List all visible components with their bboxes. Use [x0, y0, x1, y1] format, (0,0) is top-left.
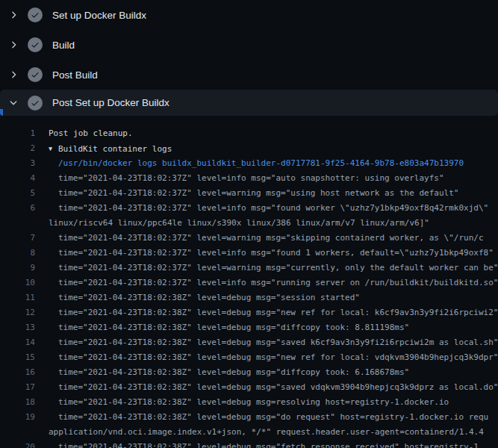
log-line-number[interactable]: 4: [0, 171, 35, 186]
log-line: 11 time="2021-04-23T18:02:38Z" level=deb…: [0, 290, 498, 305]
log-line-content: time="2021-04-23T18:02:37Z" level=info m…: [58, 173, 444, 183]
focus-accent: [0, 109, 3, 116]
chevron-right-icon: [8, 69, 19, 81]
log-line-content: time="2021-04-23T18:02:37Z" level=warnin…: [58, 188, 458, 198]
log-line: 4 time="2021-04-23T18:02:37Z" level=info…: [0, 171, 498, 186]
log-line-content: time="2021-04-23T18:02:38Z" level=debug …: [58, 367, 409, 377]
group-expander-icon[interactable]: ▼: [49, 141, 58, 156]
log-line-text: time="2021-04-23T18:02:38Z" level=debug …: [35, 380, 498, 395]
log-line-text: time="2021-04-23T18:02:38Z" level=debug …: [35, 395, 449, 410]
log-line-content: time="2021-04-23T18:02:38Z" level=debug …: [58, 308, 498, 317]
log-line-content: time="2021-04-23T18:02:37Z" level=warnin…: [58, 263, 498, 273]
log-line-text: time="2021-04-23T18:02:38Z" level=debug …: [35, 335, 498, 350]
log-line-number[interactable]: 11: [0, 290, 35, 305]
log-line-number[interactable]: 1: [0, 126, 35, 141]
step-row[interactable]: Post Set up Docker Buildx: [0, 90, 498, 116]
chevron-down-icon: [8, 97, 19, 109]
log-line-number[interactable]: 2: [0, 141, 35, 156]
log-area: 1 Post job cleanup. 2 ▼BuildKit containe…: [0, 116, 498, 448]
log-line-text: linux/riscv64 linux/ppc64le linux/s390x …: [35, 216, 429, 231]
log-line-number[interactable]: 19: [0, 410, 35, 425]
log-line-number[interactable]: 5: [0, 186, 35, 201]
log-line-content: time="2021-04-23T18:02:38Z" level=debug …: [58, 337, 498, 347]
log-line-text: ▼BuildKit container logs: [35, 141, 172, 156]
log-line-text: Post job cleanup.: [35, 126, 133, 141]
log-line-content: BuildKit container logs: [58, 144, 172, 154]
log-line-text: time="2021-04-23T18:02:38Z" level=debug …: [35, 440, 484, 448]
log-line-number[interactable]: [0, 425, 35, 440]
check-circle-icon: [28, 37, 43, 52]
log-line-text: /usr/bin/docker logs buildx_buildkit_bui…: [35, 156, 464, 171]
log-line-number[interactable]: 18: [0, 395, 35, 410]
step-label: Post Build: [52, 69, 98, 81]
log-line-content: time="2021-04-23T18:02:38Z" level=debug …: [58, 397, 449, 407]
log-line-text: time="2021-04-23T18:02:38Z" level=debug …: [35, 410, 488, 425]
check-circle-icon: [28, 7, 43, 22]
step-label: Set up Docker Buildx: [52, 10, 146, 21]
log-line-content: Post job cleanup.: [49, 128, 133, 138]
log-line: 8 time="2021-04-23T18:02:37Z" level=info…: [0, 246, 498, 261]
log-line-text: time="2021-04-23T18:02:38Z" level=debug …: [35, 365, 409, 380]
log-line-content: time="2021-04-23T18:02:38Z" level=debug …: [58, 293, 360, 302]
step-label: Post Set up Docker Buildx: [52, 97, 169, 108]
log-line: 15 time="2021-04-23T18:02:38Z" level=deb…: [0, 350, 498, 365]
step-row[interactable]: Post Build: [0, 60, 498, 90]
log-line: application/vnd.oci.image.index.v1+json,…: [0, 425, 498, 440]
log-line-text: time="2021-04-23T18:02:37Z" level=warnin…: [35, 186, 458, 201]
log-line-content: time="2021-04-23T18:02:38Z" level=debug …: [58, 382, 498, 392]
log-line: 7 time="2021-04-23T18:02:37Z" level=warn…: [0, 231, 498, 246]
log-line: 10 time="2021-04-23T18:02:37Z" level=inf…: [0, 276, 498, 290]
log-line: 6 time="2021-04-23T18:02:37Z" level=info…: [0, 201, 498, 216]
log-line: 5 time="2021-04-23T18:02:37Z" level=warn…: [0, 186, 498, 201]
log-line-number[interactable]: 7: [0, 231, 35, 246]
log-line: 12 time="2021-04-23T18:02:38Z" level=deb…: [0, 305, 498, 320]
log-line-number[interactable]: 12: [0, 305, 35, 320]
log-line-text: time="2021-04-23T18:02:37Z" level=warnin…: [35, 231, 484, 246]
log-line-content: /usr/bin/docker logs buildx_buildkit_bui…: [58, 158, 464, 168]
log-line-number[interactable]: 8: [0, 246, 35, 261]
log-line: 3 /usr/bin/docker logs buildx_buildkit_b…: [0, 156, 498, 171]
log-line: 16 time="2021-04-23T18:02:38Z" level=deb…: [0, 365, 498, 380]
log-line-content: time="2021-04-23T18:02:38Z" level=debug …: [58, 412, 488, 422]
log-line-number[interactable]: 6: [0, 201, 35, 216]
log-line-text: time="2021-04-23T18:02:37Z" level=info m…: [35, 171, 444, 186]
step-row[interactable]: Set up Docker Buildx: [0, 0, 498, 30]
log-line-number[interactable]: 13: [0, 320, 35, 335]
log-line-text: application/vnd.oci.image.index.v1+json,…: [35, 425, 484, 440]
log-line-text: time="2021-04-23T18:02:38Z" level=debug …: [35, 290, 360, 305]
log-line-text: time="2021-04-23T18:02:37Z" level=info m…: [35, 276, 498, 290]
log-line-number[interactable]: 15: [0, 350, 35, 365]
log-line-content: time="2021-04-23T18:02:37Z" level=warnin…: [58, 233, 484, 243]
actions-log-viewer: Set up Docker Buildx Build: [0, 0, 498, 448]
log-line-content: application/vnd.oci.image.index.v1+json,…: [49, 427, 484, 437]
log-line-content: time="2021-04-23T18:02:37Z" level=info m…: [58, 203, 488, 213]
step-label: Build: [52, 40, 75, 51]
log-line-number[interactable]: 10: [0, 276, 35, 290]
log-line-number[interactable]: 3: [0, 156, 35, 171]
log-line-text: time="2021-04-23T18:02:37Z" level=info m…: [35, 201, 488, 216]
log-line-content: time="2021-04-23T18:02:38Z" level=debug …: [58, 442, 484, 448]
steps-list: Set up Docker Buildx Build: [0, 0, 498, 116]
log-line-number[interactable]: 20: [0, 440, 35, 448]
check-circle-icon: [28, 96, 43, 111]
log-line-number[interactable]: 17: [0, 380, 35, 395]
step-row[interactable]: Build: [0, 30, 498, 60]
log-line: 2 ▼BuildKit container logs: [0, 141, 498, 156]
log-line-content: time="2021-04-23T18:02:38Z" level=debug …: [58, 323, 409, 332]
log-line: 19 time="2021-04-23T18:02:38Z" level=deb…: [0, 410, 498, 425]
log-line-text: time="2021-04-23T18:02:38Z" level=debug …: [35, 350, 498, 365]
log-line: linux/riscv64 linux/ppc64le linux/s390x …: [0, 216, 498, 231]
log-line-content: time="2021-04-23T18:02:37Z" level=info m…: [58, 248, 494, 258]
log-line-number[interactable]: 14: [0, 335, 35, 350]
log-line-number[interactable]: 9: [0, 261, 35, 276]
log-line-content: time="2021-04-23T18:02:37Z" level=info m…: [58, 278, 498, 287]
log-line-number[interactable]: [0, 216, 35, 231]
log-line-number[interactable]: 16: [0, 365, 35, 380]
chevron-right-icon: [8, 9, 19, 21]
log-line-content: linux/riscv64 linux/ppc64le linux/s390x …: [49, 218, 429, 228]
log-line: 18 time="2021-04-23T18:02:38Z" level=deb…: [0, 395, 498, 410]
log-line-text: time="2021-04-23T18:02:38Z" level=debug …: [35, 320, 409, 335]
log-line: 9 time="2021-04-23T18:02:37Z" level=warn…: [0, 261, 498, 276]
log-line-content: time="2021-04-23T18:02:38Z" level=debug …: [58, 352, 498, 362]
log-line: 14 time="2021-04-23T18:02:38Z" level=deb…: [0, 335, 498, 350]
